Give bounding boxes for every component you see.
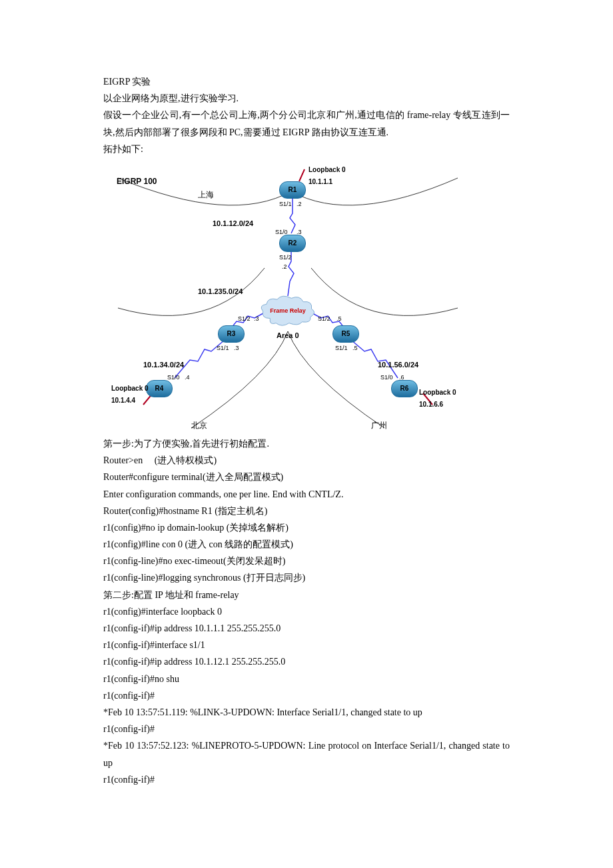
frame-relay-label: Frame Relay [258, 305, 318, 316]
intro-line-2: 假设一个企业公司,有一个总公司上海,两个分公司北京和广州,通过电信的 frame… [103, 107, 510, 140]
step2-line-5: r1(config-if)# [103, 687, 510, 704]
addr-r2-2: .2 [282, 261, 287, 272]
step1-line-0-note: (进入特权模式) [155, 455, 217, 465]
addr-r3-3: .3 [254, 313, 259, 324]
area0-label: Area 0 [277, 329, 299, 343]
intro-line-1: 以企业网络为原型,进行实验学习. [103, 90, 510, 107]
intro-line-3: 拓扑如下: [103, 141, 510, 157]
segment-235: 10.1.235.0/24 [198, 285, 243, 299]
port-r3-s11: S1/1 [217, 343, 229, 353]
step1-line-3: Router(config)#hostname R1 (指定主机名) [103, 503, 510, 519]
addr-r5-5b: .5 [352, 343, 358, 353]
segment-56: 10.1.56.0/24 [378, 359, 418, 372]
router-r6-icon [391, 380, 418, 397]
step1-title: 第一步:为了方便实验,首先进行初始配置. [103, 435, 510, 452]
segment-12: 10.1.12.0/24 [213, 217, 253, 231]
step2-line-7: r1(config-if)# [103, 721, 510, 737]
step2-line-4: r1(config-if)#no shu [103, 671, 510, 687]
step1-line-4: r1(config)#no ip domain-lookup (关掉域名解析) [103, 519, 510, 536]
addr-r5-5: .5 [336, 313, 342, 324]
city-guangzhou: 广州 [371, 419, 387, 433]
step2-title: 第二步:配置 IP 地址和 frame-relay [103, 587, 510, 603]
port-r5-s11: S1/1 [335, 343, 348, 353]
port-r5-s12: S1/2 [318, 313, 330, 324]
city-shanghai: 上海 [198, 188, 214, 203]
step2-line-0: r1(config)#interface loopback 0 [103, 603, 510, 620]
step2-line-6: *Feb 10 13:57:51.119: %LINK-3-UPDOWN: In… [103, 704, 510, 721]
router-r5-icon [332, 325, 359, 343]
addr-r3-3b: .3 [234, 343, 239, 353]
step1-line-7: r1(config-line)#logging synchronous (打开日… [103, 569, 510, 586]
step2-line-2: r1(config-if)#interface s1/1 [103, 637, 510, 653]
loopback-r4-label: Loopback 0 10.1.4.4 [111, 383, 149, 407]
loopback-r6-label: Loopback 0 10.1.6.6 [419, 387, 456, 411]
addr-r4-4: .4 [185, 372, 190, 383]
router-r4-icon [146, 380, 173, 397]
router-r2-icon [279, 235, 306, 252]
frame-relay-cloud-icon: Frame Relay [258, 295, 318, 327]
svg-line-0 [299, 169, 305, 181]
step1-line-6: r1(config-line)#no exec-timeout(关闭发呆超时) [103, 553, 510, 569]
doc-title: EIGRP 实验 [103, 73, 510, 90]
step2-line-3: r1(config-if)#ip address 10.1.12.1 255.2… [103, 653, 510, 670]
network-topology-diagram: EIGRP 100 上海 Loopback 0 10.1.1.1 S1/1 .2… [111, 161, 458, 431]
router-r3-icon [218, 325, 245, 343]
page: EIGRP 实验 以企业网络为原型,进行实验学习. 假设一个企业公司,有一个总公… [0, 0, 613, 868]
step2-line-1: r1(config-if)#ip address 10.1.1.1 255.25… [103, 620, 510, 637]
port-r1-s11: S1/1 [279, 199, 292, 209]
step1-line-0: Router>en (进入特权模式) [103, 452, 510, 469]
router-r1-icon [279, 181, 306, 199]
step1-line-2: Enter configuration commands, one per li… [103, 486, 510, 503]
city-beijing: 北京 [191, 419, 207, 433]
port-r3-s12: S1/2 [238, 313, 251, 324]
eigrp-label: EIGRP 100 [117, 175, 157, 189]
step2-line-8: *Feb 10 13:57:52.123: %LINEPROTO-5-UPDOW… [103, 737, 510, 771]
step1-line-0-cmd: Router>en [103, 455, 143, 465]
step2-line-9: r1(config-if)# [103, 771, 510, 788]
port-r6-s10: S1/0 [380, 372, 393, 383]
step1-line-5: r1(config)#line con 0 (进入 con 线路的配置模式) [103, 536, 510, 553]
step1-line-1: Router#configure terminal(进入全局配置模式) [103, 469, 510, 485]
loopback-r1-label: Loopback 0 10.1.1.1 [308, 164, 346, 188]
addr-r1-2: .2 [297, 199, 302, 209]
segment-34: 10.1.34.0/24 [143, 359, 184, 372]
